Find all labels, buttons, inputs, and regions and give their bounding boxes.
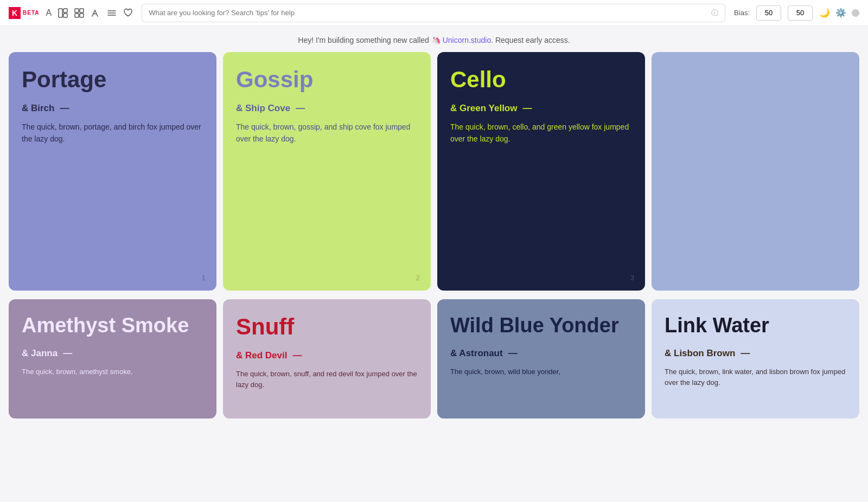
beta-badge: BETA	[23, 10, 39, 16]
card-amethyst-title: Amethyst Smoke	[22, 314, 203, 337]
card-link-water[interactable]: Link Water & Lisbon Brown The quick, bro…	[652, 299, 859, 419]
bias-label: Bias:	[734, 9, 750, 17]
card-amethyst-subtitle: & Janna	[22, 348, 203, 359]
card-cello-subtitle: & Green Yellow	[450, 103, 632, 114]
card-wby-body: The quick, brown, wild blue yonder,	[450, 366, 632, 377]
card-portage-body: The quick, brown, portage, and birch fox…	[22, 121, 203, 145]
svg-rect-2	[63, 14, 67, 17]
card-amethyst-body: The quick, brown, amethyst smoke,	[22, 366, 203, 377]
card-portage[interactable]: Portage & Birch The quick, brown, portag…	[9, 52, 216, 291]
unicorn-link[interactable]: Unicorn.studio	[443, 36, 492, 44]
card-portage-title: Portage	[22, 67, 203, 92]
svg-rect-5	[75, 14, 79, 17]
card-cello[interactable]: Cello & Green Yellow The quick, brown, c…	[437, 52, 645, 291]
header-tools: A	[46, 8, 133, 18]
bias-input-2[interactable]	[788, 5, 813, 21]
cards-grid-bottom: Amethyst Smoke & Janna The quick, brown,…	[0, 299, 868, 427]
header: K BETA A ⓘ Bias: 🌙 ⚙️	[0, 0, 868, 26]
moon-icon[interactable]: 🌙	[819, 8, 830, 18]
svg-rect-4	[80, 9, 84, 12]
card-wby-subtitle: & Astronaut	[450, 348, 632, 359]
card-gossip-body: The quick, brown, gossip, and ship cove …	[236, 121, 418, 145]
card-portage-subtitle: & Birch	[22, 103, 203, 114]
card-gossip[interactable]: Gossip & Ship Cove The quick, brown, gos…	[223, 52, 431, 291]
card-gossip-number: 2	[416, 274, 420, 282]
banner: Hey! I'm building something new called 🦄…	[0, 26, 868, 52]
gear-icon[interactable]: ⚙️	[835, 8, 846, 18]
header-right: Bias: 🌙 ⚙️	[734, 5, 859, 21]
svg-rect-1	[63, 9, 67, 12]
card-snuff-subtitle: & Red Devil	[236, 350, 418, 361]
card-amethyst-smoke[interactable]: Amethyst Smoke & Janna The quick, brown,…	[9, 299, 216, 419]
logo-k-icon: K	[9, 7, 21, 19]
search-bar[interactable]: ⓘ	[142, 4, 725, 22]
svg-rect-6	[80, 14, 84, 17]
search-input[interactable]	[149, 9, 711, 17]
card-gossip-subtitle: & Ship Cove	[236, 103, 418, 114]
card-snuff[interactable]: Snuff & Red Devil The quick, brown, snuf…	[223, 299, 431, 419]
card-gossip-title: Gossip	[236, 67, 418, 92]
card-cello-body: The quick, brown, cello, and green yello…	[450, 121, 632, 145]
header-right-icons: 🌙 ⚙️	[819, 8, 859, 18]
pen-icon[interactable]	[91, 8, 100, 18]
svg-rect-3	[75, 9, 79, 12]
list-icon[interactable]	[107, 8, 117, 18]
card-partial	[652, 52, 859, 291]
user-avatar[interactable]	[852, 9, 859, 17]
bias-input-1[interactable]	[756, 5, 781, 21]
card-cello-number: 3	[630, 274, 634, 282]
card-linkwater-title: Link Water	[665, 314, 846, 337]
card-wby-title: Wild Blue Yonder	[450, 314, 632, 337]
cards-grid-top: Portage & Birch The quick, brown, portag…	[0, 52, 868, 299]
card-wild-blue-yonder[interactable]: Wild Blue Yonder & Astronaut The quick, …	[437, 299, 645, 419]
card-linkwater-body: The quick, brown, link water, and lisbon…	[665, 366, 846, 388]
grid-icon[interactable]	[74, 8, 84, 18]
search-info-icon[interactable]: ⓘ	[711, 8, 718, 18]
card-portage-number: 1	[202, 274, 206, 282]
card-snuff-body: The quick, brown, snuff, and red devil f…	[236, 369, 418, 390]
logo[interactable]: K BETA	[9, 7, 39, 19]
card-snuff-title: Snuff	[236, 314, 418, 339]
banner-text: Hey! I'm building something new called 🦄…	[298, 36, 570, 44]
svg-rect-0	[59, 9, 62, 17]
card-cello-title: Cello	[450, 67, 632, 92]
heart-icon[interactable]	[123, 8, 133, 18]
card-linkwater-subtitle: & Lisbon Brown	[665, 348, 846, 359]
layout-icon[interactable]	[58, 8, 68, 18]
type-icon[interactable]: A	[46, 8, 52, 18]
